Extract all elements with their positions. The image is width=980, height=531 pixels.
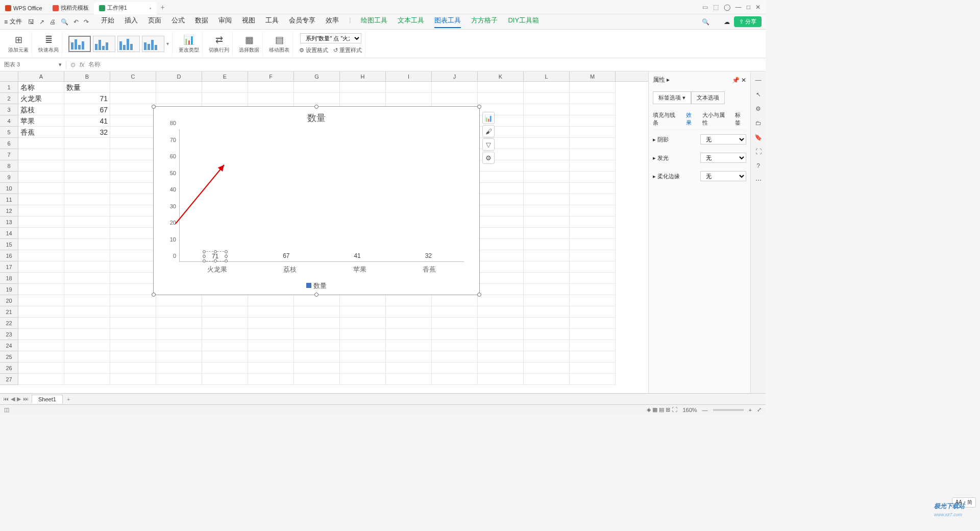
zoom-slider[interactable]	[713, 409, 744, 411]
cell-B15[interactable]	[64, 239, 110, 250]
cell-J25[interactable]	[432, 351, 478, 363]
cell-M13[interactable]	[570, 216, 616, 228]
cell-D27[interactable]	[156, 374, 202, 385]
prop-label-发光[interactable]: ▸ 发光	[653, 154, 669, 162]
menu-工具[interactable]: 工具	[265, 16, 279, 28]
cube-icon[interactable]: ⬚	[713, 4, 719, 11]
cell-A8[interactable]	[18, 160, 64, 172]
colhead-F[interactable]: F	[248, 71, 294, 81]
cell-M10[interactable]	[570, 183, 616, 194]
cell-L24[interactable]	[524, 340, 570, 351]
minus-icon[interactable]: —	[755, 77, 762, 84]
cell-A19[interactable]	[18, 284, 64, 295]
cell-L20[interactable]	[524, 295, 570, 306]
rowhead-10[interactable]: 10	[0, 183, 18, 194]
tab-add[interactable]: +	[157, 3, 169, 11]
cell-B19[interactable]	[64, 284, 110, 295]
add-element-button[interactable]: ⊞添加元素	[5, 32, 32, 56]
chart-style-4[interactable]	[142, 36, 164, 52]
cell-C26[interactable]	[110, 363, 156, 374]
cell-G25[interactable]	[294, 351, 340, 363]
file-menu[interactable]: ≡文件	[4, 17, 22, 26]
cell-C13[interactable]	[110, 216, 156, 228]
colhead-D[interactable]: D	[156, 71, 202, 81]
cell-F21[interactable]	[248, 306, 294, 318]
cell-B5[interactable]: 32	[64, 127, 110, 138]
text-options-tab[interactable]: 文本选项	[691, 91, 725, 104]
cell-C3[interactable]	[110, 104, 156, 115]
cell-K18[interactable]	[478, 273, 524, 284]
cell-I24[interactable]	[386, 340, 432, 351]
cell-G23[interactable]	[294, 329, 340, 340]
cell-B23[interactable]	[64, 329, 110, 340]
menu-效率[interactable]: 效率	[326, 16, 339, 28]
cell-I2[interactable]	[386, 93, 432, 104]
cell-H21[interactable]	[340, 306, 386, 318]
cell-B16[interactable]	[64, 250, 110, 261]
cell-F22[interactable]	[248, 318, 294, 329]
rowhead-18[interactable]: 18	[0, 273, 18, 284]
cell-K16[interactable]	[478, 250, 524, 261]
cell-L14[interactable]	[524, 228, 570, 239]
cell-F23[interactable]	[248, 329, 294, 340]
cell-K19[interactable]	[478, 284, 524, 295]
sheet-next-icon[interactable]: ▶	[17, 396, 21, 402]
cell-M3[interactable]	[570, 104, 616, 115]
close-icon[interactable]: ✕	[755, 4, 761, 11]
cell-F27[interactable]	[248, 374, 294, 385]
subtab-大小与属性[interactable]: 大小与属性	[702, 111, 730, 127]
cell-C4[interactable]	[110, 115, 156, 127]
cell-G2[interactable]	[294, 93, 340, 104]
cell-M26[interactable]	[570, 363, 616, 374]
cell-B4[interactable]: 41	[64, 115, 110, 127]
view-icons[interactable]: ◈ ▦ ▤ ⊞ ⛶	[647, 406, 677, 413]
cell-I27[interactable]	[386, 374, 432, 385]
cell-A24[interactable]	[18, 340, 64, 351]
cell-E26[interactable]	[202, 363, 248, 374]
name-box[interactable]: 图表 3▾	[0, 61, 66, 68]
menu-会员专享[interactable]: 会员专享	[289, 16, 315, 28]
colhead-J[interactable]: J	[432, 71, 478, 81]
cell-B11[interactable]	[64, 194, 110, 205]
cell-L1[interactable]	[524, 82, 570, 93]
save-icon[interactable]: 🖫	[28, 18, 34, 26]
rowhead-6[interactable]: 6	[0, 138, 18, 149]
cell-M19[interactable]	[570, 284, 616, 295]
cell-B2[interactable]: 71	[64, 93, 110, 104]
cell-M20[interactable]	[570, 295, 616, 306]
cell-E22[interactable]	[202, 318, 248, 329]
cell-B6[interactable]	[64, 138, 110, 149]
folder-icon[interactable]: 🗀	[755, 119, 762, 127]
cell-B26[interactable]	[64, 363, 110, 374]
cell-K14[interactable]	[478, 228, 524, 239]
rowhead-5[interactable]: 5	[0, 127, 18, 138]
minimize-icon[interactable]: —	[736, 4, 742, 11]
cell-H1[interactable]	[340, 82, 386, 93]
cell-C7[interactable]	[110, 149, 156, 160]
cell-M11[interactable]	[570, 194, 616, 205]
menu-DIY工具箱[interactable]: DIY工具箱	[508, 16, 539, 28]
cell-I25[interactable]	[386, 351, 432, 363]
colhead-L[interactable]: L	[524, 71, 570, 81]
rowhead-22[interactable]: 22	[0, 318, 18, 329]
cell-B17[interactable]	[64, 261, 110, 273]
prop-label-阴影[interactable]: ▸ 阴影	[653, 136, 669, 143]
cell-H26[interactable]	[340, 363, 386, 374]
select-data-button[interactable]: ▦选择数据	[236, 32, 263, 56]
cell-C9[interactable]	[110, 172, 156, 183]
cell-L5[interactable]	[524, 127, 570, 138]
cell-L22[interactable]	[524, 318, 570, 329]
prop-select-发光[interactable]: 无	[700, 153, 746, 163]
subtab-标签[interactable]: 标签	[735, 111, 746, 127]
bookmark-icon[interactable]: 🔖	[754, 134, 762, 141]
cell-L13[interactable]	[524, 216, 570, 228]
cell-C15[interactable]	[110, 239, 156, 250]
cell-K1[interactable]	[478, 82, 524, 93]
colhead-E[interactable]: E	[202, 71, 248, 81]
cell-D2[interactable]	[156, 93, 202, 104]
search-icon[interactable]: 🔍	[702, 18, 709, 26]
chart-style-3[interactable]	[117, 36, 140, 52]
prop-label-柔化边缘[interactable]: ▸ 柔化边缘	[653, 173, 680, 180]
cell-F1[interactable]	[248, 82, 294, 93]
cell-E1[interactable]	[202, 82, 248, 93]
